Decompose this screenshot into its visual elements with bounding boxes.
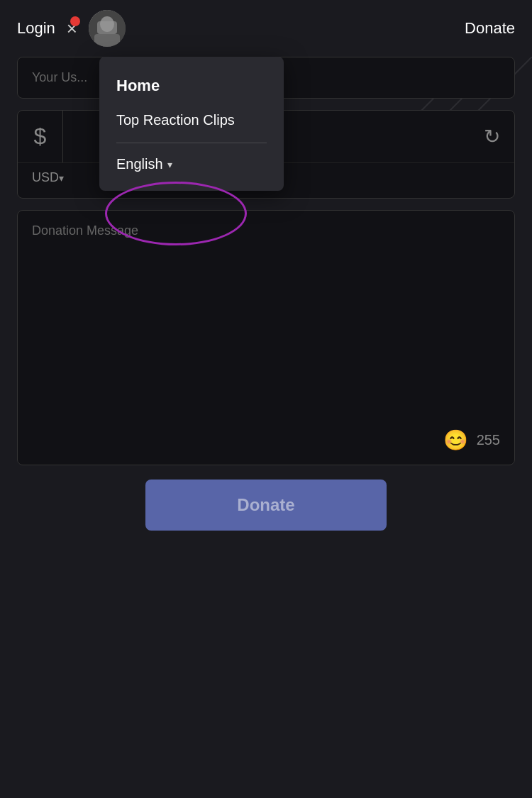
currency-chevron-icon: ▾	[59, 172, 64, 184]
currency-label: USD	[32, 170, 59, 185]
message-placeholder: Donation Message	[32, 223, 500, 428]
avatar[interactable]	[89, 10, 126, 47]
svg-rect-5	[94, 34, 120, 47]
dropdown-language[interactable]: English ▾	[99, 149, 284, 179]
dropdown-divider	[116, 143, 267, 143]
dropdown-home[interactable]: Home	[99, 68, 284, 104]
dropdown-menu: Home Top Reaction Clips English ▾	[99, 57, 284, 191]
language-chevron-icon: ▾	[167, 159, 172, 170]
login-button[interactable]: Login	[17, 19, 55, 38]
header-left: Login ×	[17, 10, 126, 47]
avatar-image	[89, 10, 126, 47]
donate-header-button[interactable]: Donate	[465, 19, 515, 38]
refresh-button[interactable]: ↻	[470, 112, 514, 161]
header: Login × Donate	[0, 0, 532, 57]
notification-dot	[70, 16, 80, 26]
message-footer: 😊 255	[32, 428, 500, 452]
dropdown-top-reaction[interactable]: Top Reaction Clips	[99, 104, 284, 137]
svg-rect-6	[97, 21, 117, 34]
close-button-wrap: ×	[67, 19, 77, 38]
language-label: English	[116, 156, 163, 172]
donate-main-button[interactable]: Donate	[145, 480, 387, 531]
currency-symbol: $	[18, 111, 63, 162]
char-count: 255	[477, 432, 500, 448]
donation-message-box[interactable]: Donation Message 😊 255	[17, 210, 515, 465]
emoji-button[interactable]: 😊	[443, 428, 468, 452]
